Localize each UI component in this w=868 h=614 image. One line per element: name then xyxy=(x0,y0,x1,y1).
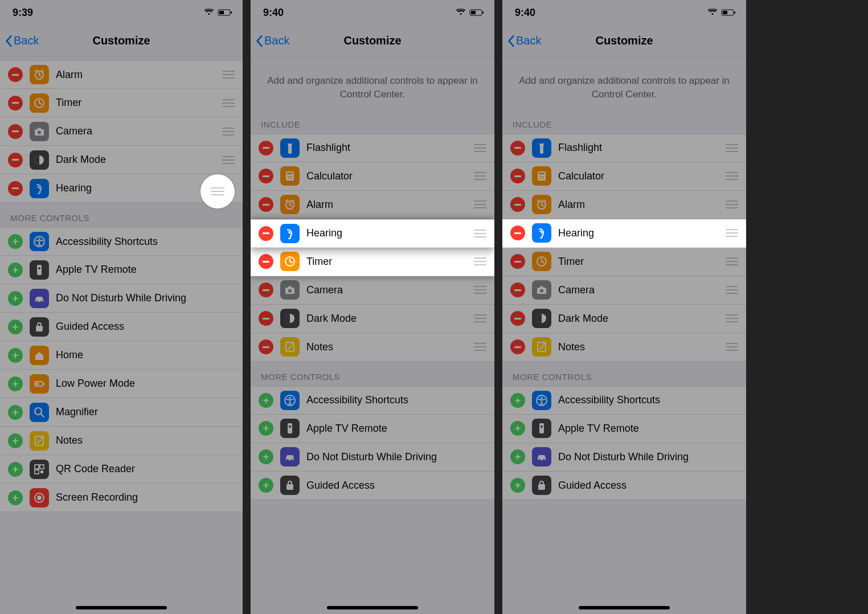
row-timer[interactable]: Timer xyxy=(251,248,494,276)
drag-handle-icon[interactable] xyxy=(473,314,488,322)
row-dnd-driving[interactable]: +Do Not Disturb While Driving xyxy=(0,284,243,313)
row-alarm[interactable]: Alarm xyxy=(251,191,494,219)
remove-button[interactable] xyxy=(259,254,273,269)
home-indicator[interactable] xyxy=(327,606,418,609)
add-button[interactable]: + xyxy=(8,405,23,420)
home-indicator[interactable] xyxy=(579,606,670,609)
drag-handle-icon[interactable] xyxy=(473,200,488,208)
add-button[interactable]: + xyxy=(510,421,525,436)
row-apple-tv-remote[interactable]: +Apple TV Remote xyxy=(0,256,243,284)
remove-button[interactable] xyxy=(510,197,525,212)
remove-button[interactable] xyxy=(510,283,525,297)
remove-button[interactable] xyxy=(8,67,23,82)
row-qr-code-reader[interactable]: +QR Code Reader xyxy=(0,455,243,484)
drag-handle-icon[interactable] xyxy=(473,230,488,238)
remove-button[interactable] xyxy=(8,181,23,196)
drag-handle-icon[interactable] xyxy=(724,257,739,265)
add-button[interactable]: + xyxy=(259,478,273,493)
add-button[interactable]: + xyxy=(8,462,23,477)
remove-button[interactable] xyxy=(259,311,273,326)
remove-button[interactable] xyxy=(510,141,525,155)
row-guided-access[interactable]: +Guided Access xyxy=(251,472,494,500)
drag-handle-icon[interactable] xyxy=(724,286,739,294)
row-apple-tv-remote[interactable]: +Apple TV Remote xyxy=(251,415,494,443)
home-indicator[interactable] xyxy=(76,606,167,609)
remove-button[interactable] xyxy=(259,339,273,354)
row-alarm[interactable]: Alarm xyxy=(0,60,243,89)
remove-button[interactable] xyxy=(259,141,273,155)
drag-handle-icon[interactable] xyxy=(221,99,236,107)
remove-button[interactable] xyxy=(259,197,273,212)
drag-handle-icon[interactable] xyxy=(724,144,739,152)
row-camera[interactable]: Camera xyxy=(502,276,746,305)
row-magnifier[interactable]: +Magnifier xyxy=(0,398,243,427)
row-hearing-dragging[interactable]: Hearing xyxy=(251,219,494,248)
drag-handle-icon[interactable] xyxy=(724,343,739,351)
row-dark-mode[interactable]: Dark Mode xyxy=(251,305,494,333)
row-notes[interactable]: Notes xyxy=(502,333,746,362)
row-timer[interactable]: Timer xyxy=(502,248,746,276)
drag-handle-icon[interactable] xyxy=(221,71,236,79)
row-low-power-mode[interactable]: +Low Power Mode xyxy=(0,370,243,398)
drag-handle-icon[interactable] xyxy=(473,286,488,294)
row-apple-tv-remote[interactable]: +Apple TV Remote xyxy=(502,415,746,443)
remove-button[interactable] xyxy=(510,339,525,354)
add-button[interactable]: + xyxy=(8,433,23,448)
add-button[interactable]: + xyxy=(259,393,273,408)
row-accessibility-shortcuts[interactable]: +Accessibility Shortcuts xyxy=(502,386,746,415)
add-button[interactable]: + xyxy=(510,478,525,493)
add-button[interactable]: + xyxy=(510,449,525,464)
row-guided-access[interactable]: +Guided Access xyxy=(502,472,746,500)
add-button[interactable]: + xyxy=(8,376,23,391)
add-button[interactable]: + xyxy=(8,263,23,277)
row-notes[interactable]: Notes xyxy=(251,333,494,362)
row-screen-recording[interactable]: +Screen Recording xyxy=(0,484,243,512)
drag-handle-icon[interactable] xyxy=(473,172,488,180)
remove-button[interactable] xyxy=(510,169,525,183)
drag-handle-icon[interactable] xyxy=(724,172,739,180)
row-calculator[interactable]: Calculator xyxy=(251,162,494,191)
remove-button[interactable] xyxy=(259,169,273,183)
add-button[interactable]: + xyxy=(510,393,525,408)
row-accessibility-shortcuts[interactable]: +Accessibility Shortcuts xyxy=(0,227,243,256)
back-button[interactable]: Back xyxy=(502,34,541,47)
row-flashlight[interactable]: Flashlight xyxy=(502,134,746,162)
row-dnd-driving[interactable]: +Do Not Disturb While Driving xyxy=(502,443,746,472)
row-flashlight[interactable]: Flashlight xyxy=(251,134,494,162)
drag-handle-icon[interactable] xyxy=(473,343,488,351)
remove-button[interactable] xyxy=(8,153,23,167)
drag-handle-icon[interactable] xyxy=(724,200,739,208)
row-hearing-highlighted[interactable]: Hearing xyxy=(502,219,746,248)
drag-handle-icon[interactable] xyxy=(724,229,739,237)
row-camera[interactable]: Camera xyxy=(0,117,243,146)
drag-handle-icon[interactable] xyxy=(473,257,488,265)
row-dark-mode[interactable]: Dark Mode xyxy=(0,146,243,174)
remove-button[interactable] xyxy=(259,226,273,241)
remove-button[interactable] xyxy=(8,96,23,110)
row-notes[interactable]: +Notes xyxy=(0,427,243,455)
row-guided-access[interactable]: +Guided Access xyxy=(0,313,243,341)
drag-handle-icon[interactable] xyxy=(473,144,488,152)
add-button[interactable]: + xyxy=(8,320,23,334)
add-button[interactable]: + xyxy=(259,421,273,436)
back-button[interactable]: Back xyxy=(0,34,39,47)
row-calculator[interactable]: Calculator xyxy=(502,162,746,191)
row-timer[interactable]: Timer xyxy=(0,89,243,117)
row-dark-mode[interactable]: Dark Mode xyxy=(502,305,746,333)
back-button[interactable]: Back xyxy=(251,34,289,47)
row-home[interactable]: +Home xyxy=(0,341,243,370)
drag-handle-icon[interactable] xyxy=(221,156,236,164)
row-dnd-driving[interactable]: +Do Not Disturb While Driving xyxy=(251,443,494,472)
remove-button[interactable] xyxy=(510,311,525,326)
remove-button[interactable] xyxy=(510,254,525,269)
add-button[interactable]: + xyxy=(8,234,23,249)
row-accessibility-shortcuts[interactable]: +Accessibility Shortcuts xyxy=(251,386,494,415)
remove-button[interactable] xyxy=(8,124,23,139)
add-button[interactable]: + xyxy=(8,490,23,505)
drag-handle-icon[interactable] xyxy=(221,128,236,136)
row-camera[interactable]: Camera xyxy=(251,276,494,305)
add-button[interactable]: + xyxy=(259,449,273,464)
remove-button[interactable] xyxy=(510,226,525,240)
add-button[interactable]: + xyxy=(8,348,23,363)
row-alarm[interactable]: Alarm xyxy=(502,191,746,219)
